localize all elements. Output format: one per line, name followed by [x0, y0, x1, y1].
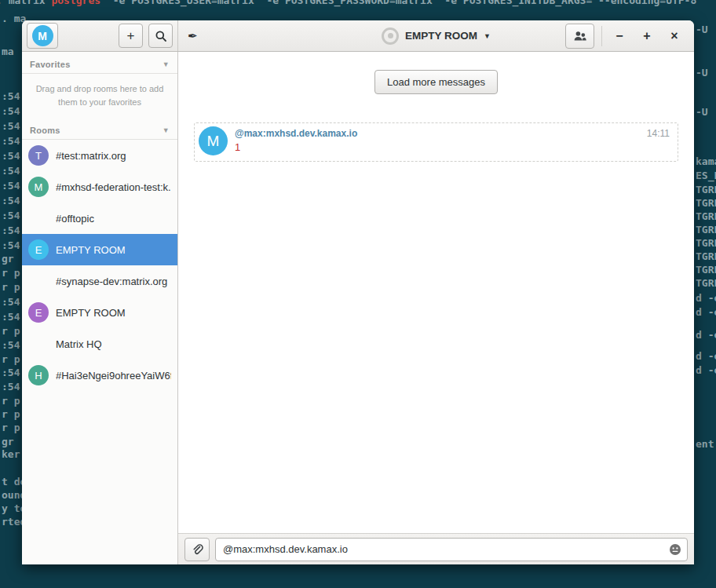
- room-list-item[interactable]: M #mxhsd-federation-test:k...: [22, 171, 177, 203]
- paperclip-icon: [191, 543, 203, 556]
- terminal-text-fragment: TGRE: [696, 264, 716, 276]
- terminal-text-fragment: ES_P: [696, 170, 716, 181]
- user-account-button[interactable]: M: [27, 23, 58, 49]
- room-name: #offtopic: [56, 213, 94, 225]
- terminal-text-fragment: r p: [2, 395, 20, 407]
- room-list-item[interactable]: Matrix HQ: [22, 328, 177, 360]
- terminal-text-fragment: ker: [2, 448, 20, 460]
- room-name: EMPTY ROOM: [56, 307, 126, 319]
- message-input-wrap: [215, 538, 688, 561]
- terminal-text-fragment: -U: [696, 24, 708, 35]
- terminal-text-fragment: kama: [696, 155, 716, 167]
- sender-avatar: M: [199, 126, 228, 155]
- terminal-text-fragment: :54: [2, 90, 20, 102]
- terminal-text: . matrix: [0, 0, 51, 6]
- terminal-text-fragment: :54: [2, 180, 20, 192]
- matrix-client-window: M + ✒ EMPTY ROOM ▼: [22, 20, 694, 564]
- terminal-text-fragment: TGRE: [696, 197, 716, 209]
- room-list-item[interactable]: H #Hai3eNgei9ohreeYaiW6f...: [22, 360, 177, 391]
- terminal-text-fragment: :54: [2, 225, 20, 236]
- terminal-output-line: . matrix postgres -e POSTGRES_USER=matri…: [0, 0, 696, 6]
- room-list-item[interactable]: #synapse-dev:matrix.org: [22, 265, 177, 297]
- terminal-text-fragment: r p: [2, 422, 20, 433]
- message-timestamp: 14:11: [647, 128, 670, 139]
- user-avatar: M: [32, 25, 53, 46]
- terminal-text-fragment: TGRE: [696, 210, 716, 222]
- terminal-text: -e POSTGRES_USER=matrix -e POSTGRES_PASS…: [100, 0, 696, 6]
- sidebar: Favorites ▼ Drag and drop rooms here to …: [22, 52, 178, 564]
- favorites-hint: Drag and drop rooms here to add them to …: [22, 74, 177, 118]
- search-button[interactable]: [148, 24, 173, 48]
- chevron-down-icon: ▼: [484, 32, 491, 40]
- terminal-highlight-text: postgres: [51, 0, 100, 6]
- terminal-text-fragment: gr: [2, 436, 14, 447]
- terminal-text-fragment: :54: [2, 311, 20, 323]
- favorites-section-header[interactable]: Favorites ▼: [22, 52, 177, 73]
- terminal-text-fragment: TGRE: [696, 224, 716, 236]
- terminal-text-fragment: r p: [2, 281, 20, 293]
- emoji-icon[interactable]: [669, 543, 681, 556]
- message-body: 1: [235, 141, 670, 153]
- terminal-text-fragment: :54: [2, 135, 20, 147]
- terminal-text-fragment: :54: [2, 210, 20, 221]
- room-list-item[interactable]: E EMPTY ROOM: [22, 234, 177, 265]
- terminal-text-fragment: :54: [2, 195, 20, 206]
- room-avatar-placeholder-icon: [382, 27, 399, 45]
- room-avatar: E: [28, 302, 49, 323]
- header-right-controls: − + ×: [565, 24, 685, 49]
- favorites-label: Favorites: [30, 60, 71, 69]
- terminal-text-fragment: -U: [696, 67, 708, 79]
- room-list-item[interactable]: E EMPTY ROOM: [22, 297, 177, 328]
- header-separator: [601, 26, 602, 46]
- terminal-text-fragment: :54: [2, 120, 20, 132]
- terminal-text-fragment: :54: [2, 165, 20, 177]
- terminal-text-fragment: TGRE: [696, 184, 716, 195]
- terminal-text-fragment: ent: [696, 438, 714, 450]
- members-button[interactable]: [565, 24, 594, 49]
- add-room-button[interactable]: +: [119, 24, 143, 48]
- terminal-text-fragment: :54: [2, 239, 20, 251]
- terminal-text-fragment: TGRE: [696, 237, 716, 249]
- room-list-item[interactable]: #offtopic: [22, 203, 177, 234]
- terminal-text-fragment: :54: [2, 150, 20, 162]
- terminal-text-fragment: TGRE: [696, 277, 716, 289]
- message-input-bar: [178, 533, 694, 564]
- close-button[interactable]: ×: [664, 24, 685, 48]
- message-content: @max:mxhsd.dev.kamax.io 14:11 1: [235, 126, 670, 156]
- terminal-text-fragment: :54: [2, 296, 20, 308]
- terminal-text-fragment: :54: [2, 339, 20, 351]
- terminal-text-fragment: r p: [2, 408, 20, 420]
- screen: . matrix postgres -e POSTGRES_USER=matri…: [0, 0, 716, 588]
- message-sender: @max:mxhsd.dev.kamax.io: [235, 128, 357, 139]
- minimize-button[interactable]: −: [609, 24, 630, 48]
- terminal-text-fragment: ma: [2, 46, 14, 57]
- message-header: @max:mxhsd.dev.kamax.io 14:11: [235, 128, 670, 139]
- room-list-item[interactable]: T #test:matrix.org: [22, 140, 177, 171]
- people-icon: [573, 30, 587, 42]
- terminal-text-fragment: -U: [696, 106, 708, 118]
- chevron-down-icon: ▼: [163, 126, 170, 134]
- terminal-text-fragment: :54: [2, 367, 20, 378]
- message-input[interactable]: [215, 538, 688, 561]
- message-item[interactable]: M @max:mxhsd.dev.kamax.io 14:11 1: [194, 122, 678, 162]
- room-name: EMPTY ROOM: [56, 244, 126, 256]
- terminal-text-fragment: r p: [2, 267, 20, 279]
- room-name: #test:matrix.org: [56, 150, 126, 162]
- window-body: Favorites ▼ Drag and drop rooms here to …: [22, 52, 694, 564]
- load-more-messages-button[interactable]: Load more messages: [374, 70, 498, 94]
- rooms-section-header[interactable]: Rooms ▼: [22, 118, 177, 139]
- terminal-text-fragment: :54: [2, 381, 20, 393]
- maximize-button[interactable]: +: [637, 24, 657, 48]
- terminal-text-fragment: r p: [2, 325, 20, 337]
- terminal-text-fragment: d -e: [696, 350, 716, 362]
- terminal-text-fragment: d -e: [696, 364, 716, 376]
- search-icon: [155, 30, 167, 42]
- terminal-text-fragment: d -e: [696, 329, 716, 341]
- room-list: T #test:matrix.org M #mxhsd-federation-t…: [22, 140, 177, 391]
- rooms-label: Rooms: [30, 126, 60, 135]
- terminal-text-fragment: r p: [2, 353, 20, 365]
- terminal-text-fragment: gr: [2, 253, 14, 265]
- message-history: Load more messages M @max:mxhsd.dev.kama…: [178, 52, 694, 533]
- chevron-down-icon: ▼: [163, 60, 170, 68]
- attach-file-button[interactable]: [184, 538, 210, 561]
